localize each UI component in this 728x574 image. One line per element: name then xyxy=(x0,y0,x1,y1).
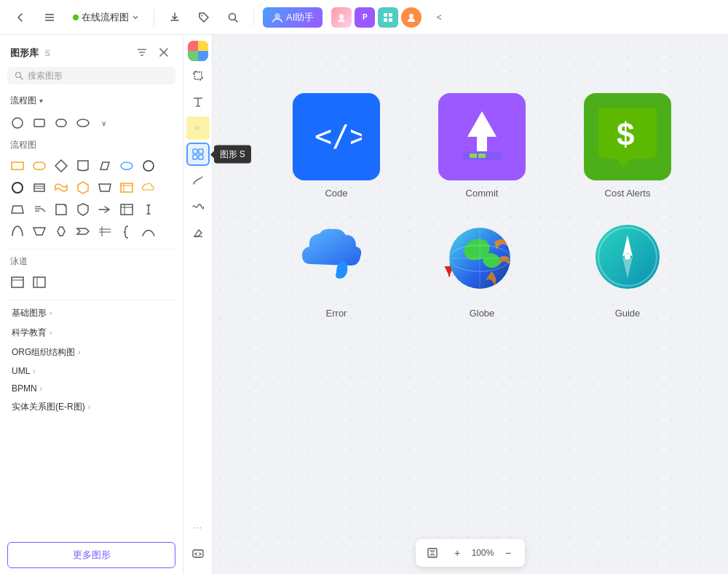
mid-shapes-button[interactable]: 图形 S xyxy=(186,143,210,166)
shape-swimlane-v[interactable] xyxy=(29,272,50,292)
svg-line-5 xyxy=(235,19,238,22)
category-er[interactable]: 实体关系图(E-R图) › xyxy=(7,397,175,417)
categories-list: 基础图形 › 科学教育 › ORG组织结构图 › UML › BPMN › xyxy=(7,303,175,417)
zoom-in-button[interactable]: + xyxy=(446,542,468,564)
commit-icon xyxy=(438,93,526,180)
shape-rounded[interactable] xyxy=(51,113,71,133)
shape-trapezoid[interactable] xyxy=(7,199,28,220)
avatar-3[interactable] xyxy=(378,7,398,28)
shape-list[interactable] xyxy=(116,199,137,220)
icon-card-code[interactable]: </> Code xyxy=(271,93,402,199)
divider-2 xyxy=(253,9,254,26)
shape-trapez2[interactable] xyxy=(29,221,50,242)
icon-card-globe[interactable]: Globe xyxy=(416,213,547,319)
section-flowchart-label[interactable]: 流程图 ▾ xyxy=(7,90,175,111)
svg-rect-31 xyxy=(34,184,44,191)
svg-point-19 xyxy=(12,118,23,128)
svg-rect-58 xyxy=(33,277,45,287)
shape-shield[interactable] xyxy=(73,199,93,220)
mid-squiggle-button[interactable] xyxy=(186,195,210,218)
mid-curve-button[interactable] xyxy=(186,169,210,192)
shape-curved[interactable] xyxy=(138,221,159,242)
collapse-button[interactable]: < xyxy=(427,6,451,29)
shape-hex2[interactable] xyxy=(51,221,71,242)
mid-more-button[interactable]: ··· xyxy=(186,516,210,539)
icon-card-commit[interactable]: Commit xyxy=(416,93,547,199)
sidebar-header-actions xyxy=(133,44,173,61)
shape-db[interactable] xyxy=(29,178,50,198)
shape-swimlane-h[interactable] xyxy=(7,272,28,292)
subsection-swimlane: 泳道 xyxy=(7,252,175,271)
back-button[interactable] xyxy=(9,6,32,29)
shape-circle-thick[interactable] xyxy=(7,178,28,198)
shape-doc[interactable] xyxy=(73,156,93,176)
tag-button[interactable] xyxy=(192,6,215,29)
shape-bracket[interactable] xyxy=(138,199,159,220)
category-basic[interactable]: 基础图形 › xyxy=(7,303,175,323)
shape-arc[interactable] xyxy=(7,221,28,242)
shape-chevron-arrow[interactable] xyxy=(73,221,93,242)
download-button[interactable] xyxy=(163,6,186,29)
more-shapes-button[interactable]: 更多图形 xyxy=(7,542,175,568)
icon-card-error[interactable]: Error xyxy=(271,213,402,319)
shape-ellipse[interactable] xyxy=(73,113,93,133)
category-uml[interactable]: UML › xyxy=(7,362,175,380)
shape-rect-orange[interactable] xyxy=(7,156,28,176)
category-science[interactable]: 科学教育 › xyxy=(7,323,175,343)
shape-rounded-orange[interactable] xyxy=(29,156,50,176)
shape-ellipse-blue[interactable] xyxy=(116,156,137,176)
shape-note[interactable] xyxy=(51,199,71,220)
svg-rect-72 xyxy=(193,149,197,154)
category-bpmn[interactable]: BPMN › xyxy=(7,380,175,397)
shape-parallelogram[interactable] xyxy=(95,156,115,176)
shape-tape[interactable] xyxy=(51,178,71,198)
avatar-2[interactable]: P xyxy=(355,7,375,28)
mid-colorful-icon[interactable] xyxy=(188,41,208,61)
zoom-out-button[interactable]: − xyxy=(497,542,519,564)
shape-more[interactable]: ∨ xyxy=(95,113,115,133)
section-flowchart-text: 流程图 xyxy=(10,95,36,107)
shape-arrow[interactable] xyxy=(95,199,115,220)
icon-card-guide[interactable]: Guide xyxy=(562,213,693,319)
mid-note-button[interactable] xyxy=(186,116,210,140)
canvas-area[interactable]: </> Code Co xyxy=(213,35,728,574)
search-input[interactable] xyxy=(28,71,168,81)
mid-text-button[interactable] xyxy=(186,90,210,113)
sidebar-filter-button[interactable] xyxy=(133,44,151,61)
shape-rect[interactable] xyxy=(29,113,50,133)
search-button[interactable] xyxy=(221,6,245,29)
online-mode-button[interactable]: 在线流程图 xyxy=(67,8,145,27)
ai-button[interactable]: AI助手 xyxy=(263,7,323,28)
sidebar-header: 图形库 S xyxy=(0,35,183,67)
svg-rect-44 xyxy=(121,204,132,215)
shape-brace-left[interactable] xyxy=(116,221,137,242)
category-org[interactable]: ORG组织结构图 › xyxy=(7,343,175,362)
menu-button[interactable] xyxy=(38,6,61,29)
svg-marker-51 xyxy=(58,227,65,236)
shape-circle[interactable] xyxy=(7,113,28,133)
code-label: Code xyxy=(325,188,347,199)
sidebar-close-button[interactable] xyxy=(155,44,173,61)
zoom-fit-button[interactable] xyxy=(422,542,443,564)
shape-cloud[interactable] xyxy=(138,178,159,198)
ai-label: AI助手 xyxy=(286,11,314,24)
shape-hexagon[interactable] xyxy=(73,178,93,198)
main-area: 图形库 S xyxy=(0,35,728,574)
shape-cross-list[interactable] xyxy=(95,221,115,242)
category-arrow: › xyxy=(33,367,35,375)
shape-circle-dark[interactable] xyxy=(138,156,159,176)
svg-text:∨: ∨ xyxy=(101,119,106,127)
mid-crop-button[interactable] xyxy=(186,64,210,87)
shape-lines[interactable] xyxy=(29,199,50,220)
shape-manual-op[interactable] xyxy=(95,178,115,198)
icon-card-cost-alerts[interactable]: $ Cost Alerts xyxy=(562,93,693,199)
search-bar xyxy=(7,67,175,84)
avatar-4[interactable] xyxy=(401,7,422,28)
guide-icon xyxy=(584,213,671,300)
code-icon: </> xyxy=(293,93,380,180)
mid-eraser-button[interactable] xyxy=(186,221,210,244)
mid-embed-button[interactable] xyxy=(186,542,210,565)
shape-diamond[interactable] xyxy=(51,156,71,176)
shape-bar-db[interactable] xyxy=(116,178,137,198)
avatar-1[interactable] xyxy=(331,7,352,28)
